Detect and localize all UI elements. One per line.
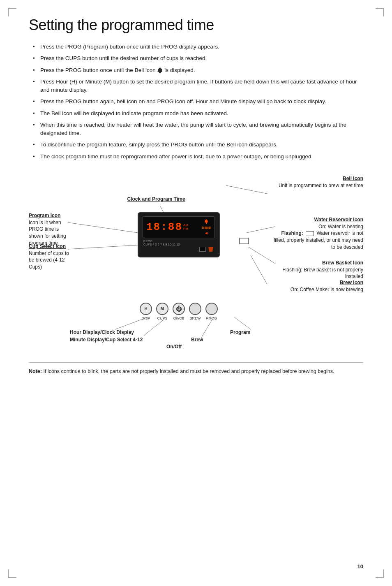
prog-cups-labels: PROG CUPS 4 5 6 7 8 9 10 11 12	[143, 240, 215, 246]
cup-select-annotation: Cup Select Icon Number of cups to be bre…	[29, 243, 74, 271]
page-title: Setting the programmed time	[29, 16, 363, 34]
brew-label: Brew	[191, 337, 203, 343]
brew-button-label: BREW	[190, 316, 201, 320]
on-off-label: On/Off	[166, 344, 182, 350]
cup-select-title: Cup Select Icon	[29, 243, 74, 250]
list-item: Press Hour (H) or Minute (M) button to s…	[33, 78, 363, 95]
bell-display-icon	[204, 219, 208, 225]
bell-icon-annotation: Bell Icon Unit is programmed to brew at …	[273, 175, 363, 189]
prog-button[interactable]	[205, 303, 218, 315]
instructions-list: Press the PROG (Program) button once unt…	[29, 43, 363, 161]
brew-basket-title: Brew Basket Icon	[273, 259, 363, 266]
h-button-label: DISP	[141, 316, 150, 320]
power-button[interactable]: ⏻	[173, 303, 185, 315]
cup-select-desc: Number of cups to be brewed (4-12 Cups)	[29, 250, 74, 271]
minute-display-label: Minute Display/Cup Select 4-12	[70, 337, 143, 343]
program-icon-title: Program Icon	[29, 212, 74, 219]
bell-icon-title: Bell Icon	[273, 175, 363, 182]
note-label: Note:	[29, 368, 42, 374]
water-reservoir-on: On: Water is heating	[273, 223, 363, 230]
brew-button-wrapper: BREW	[189, 303, 201, 320]
svg-line-10	[234, 317, 251, 329]
list-item: When this time is reached, the heater wi…	[33, 121, 363, 138]
display-icons: ≋≋≋ ◄	[201, 219, 211, 235]
time-display: 18:88	[146, 221, 182, 233]
water-reservoir-annotation: Water Reservoir Icon On: Water is heatin…	[273, 216, 363, 251]
h-button[interactable]: H	[140, 303, 152, 315]
prog-button-label: PROG	[206, 316, 217, 320]
corner-mark-br	[376, 570, 384, 578]
display-screen: 18:88 AM PM ≋≋≋ ◄	[143, 216, 215, 238]
svg-line-2	[68, 222, 138, 233]
cups-label: CUPS 4 5 6 7 8 9 10 11 12	[143, 243, 214, 246]
list-item: The Bell icon will be displayed to indic…	[33, 109, 363, 118]
program-icon-desc: Icon is lit when PROG time is shown for …	[29, 219, 74, 247]
arrow-icon: ◄	[204, 231, 208, 235]
brew-icon-title: Brew Icon	[273, 279, 363, 286]
brew-display-icon	[208, 247, 214, 252]
note-text: If icons continue to blink, the parts ar…	[43, 368, 334, 374]
brew-icon-desc: On: Coffee Maker is now brewing	[273, 286, 363, 293]
h-button-wrapper: H DISP	[140, 303, 152, 320]
clock-program-title: Clock and Program Time	[123, 196, 189, 203]
svg-line-8	[144, 319, 164, 336]
basket-icon	[199, 247, 206, 252]
m-button-wrapper: M CUPS	[156, 303, 168, 320]
page-number: 10	[357, 563, 363, 570]
svg-line-0	[226, 185, 267, 194]
ampm-display: AM PM	[183, 223, 188, 231]
bell-icon-desc: Unit is programmed to brew at set time	[273, 182, 363, 189]
brew-basket-desc: Flashing: Brew basket is not properly in…	[273, 266, 363, 280]
water-reservoir-title: Water Reservoir Icon	[273, 216, 363, 223]
prog-label: PROG	[143, 240, 214, 243]
svg-line-6	[251, 255, 267, 284]
program-label: Program	[230, 329, 250, 335]
corner-mark-bl	[8, 570, 16, 578]
power-button-wrapper: ⏻ On/Off	[173, 303, 185, 320]
svg-line-4	[247, 227, 275, 233]
brew-icon-annotation: Brew Icon On: Coffee Maker is now brewin…	[273, 279, 363, 293]
prog-button-wrapper: PROG	[205, 303, 218, 320]
corner-mark-tr	[376, 8, 384, 16]
bottom-icons	[143, 246, 215, 252]
list-item: The clock program time must be reprogram…	[33, 153, 363, 161]
list-item: Press the PROG button again, bell icon o…	[33, 97, 363, 106]
list-item: Press the CUPS button until the desired …	[33, 54, 363, 63]
brew-basket-annotation: Brew Basket Icon Flashing: Brew basket i…	[273, 259, 363, 280]
svg-line-3	[68, 245, 138, 249]
svg-rect-11	[240, 238, 249, 244]
water-reservoir-flashing: Flashing: Water reservoir is not filled,…	[273, 230, 363, 250]
clock-program-annotation: Clock and Program Time	[123, 196, 189, 203]
svg-line-5	[249, 247, 275, 264]
note-section: Note: If icons continue to blink, the pa…	[29, 362, 363, 375]
bell-icon	[157, 67, 162, 73]
list-item: Press the PROG button once until the Bel…	[33, 66, 363, 74]
display-unit: 18:88 AM PM ≋≋≋ ◄ PR	[138, 212, 220, 257]
list-item: Press the PROG (Program) button once unt…	[33, 43, 363, 51]
heat-icon: ≋≋≋	[201, 226, 211, 230]
m-button-label: CUPS	[157, 316, 167, 320]
corner-mark-tl	[8, 8, 16, 16]
program-icon-annotation: Program Icon Icon is lit when PROG time …	[29, 212, 74, 247]
brew-button[interactable]	[189, 303, 201, 315]
power-button-label: On/Off	[173, 316, 184, 320]
list-item: To discontinue the program feature, simp…	[33, 141, 363, 149]
hour-display-label: Hour Display/Clock Display	[70, 329, 134, 335]
svg-marker-12	[208, 247, 213, 252]
diagram-container: Bell Icon Unit is programmed to brew at …	[29, 173, 363, 350]
m-button[interactable]: M	[156, 303, 168, 315]
buttons-row: H DISP M CUPS ⏻ On/Off BREW PROG	[140, 303, 218, 320]
